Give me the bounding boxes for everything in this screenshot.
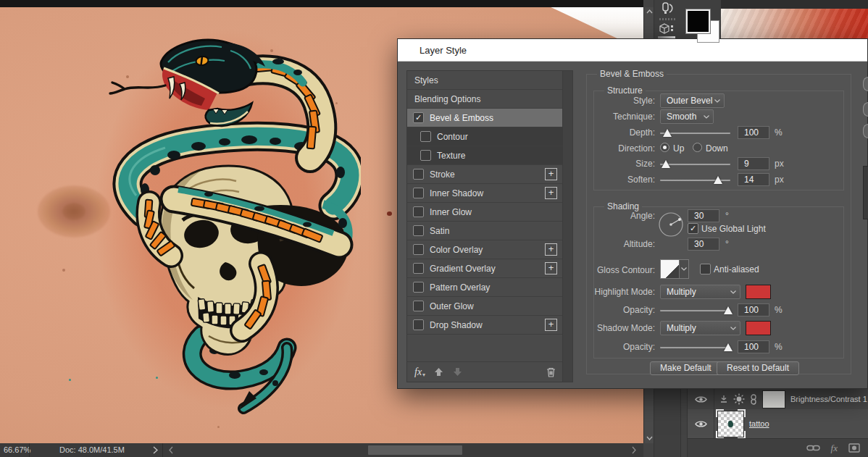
effect-checkbox[interactable] xyxy=(413,206,424,217)
depth-slider-thumb[interactable] xyxy=(663,129,672,137)
direction-up-radio[interactable] xyxy=(660,143,669,152)
styles-list-item-inner-glow[interactable]: Inner Glow xyxy=(407,203,562,222)
use-global-light-checkbox[interactable]: ✓ xyxy=(688,223,698,234)
reset-to-default-button[interactable]: Reset to Default xyxy=(717,361,799,375)
add-effect-instance-button[interactable]: + xyxy=(545,243,557,256)
hscroll-left-icon[interactable] xyxy=(169,446,173,454)
angle-value[interactable]: 30 xyxy=(688,209,719,222)
layer-name[interactable]: tattoo xyxy=(749,419,769,428)
size-slider[interactable] xyxy=(660,163,730,165)
effect-checkbox[interactable] xyxy=(413,263,424,274)
brightness-contrast-icon[interactable] xyxy=(733,393,745,405)
cancel-button-edge[interactable] xyxy=(863,102,868,117)
depth-value[interactable]: 100 xyxy=(738,126,769,139)
styles-list-item-contour[interactable]: Contour xyxy=(407,127,562,146)
add-effect-instance-button[interactable]: + xyxy=(545,319,557,331)
effect-checkbox[interactable] xyxy=(413,225,424,236)
styles-list-item-outer-glow[interactable]: Outer Glow xyxy=(407,297,562,316)
visibility-cell[interactable] xyxy=(688,409,714,438)
effect-checkbox[interactable] xyxy=(420,131,431,142)
link-layers-icon[interactable] xyxy=(806,444,820,452)
styles-list-item-gradient-overlay[interactable]: Gradient Overlay+ xyxy=(407,259,562,278)
effect-checkbox[interactable] xyxy=(413,301,424,311)
highlight-opacity-thumb[interactable] xyxy=(724,306,733,314)
effect-checkbox[interactable] xyxy=(413,244,424,255)
eye-icon[interactable] xyxy=(695,420,707,428)
effect-checkbox[interactable]: ✓ xyxy=(413,112,424,123)
size-value[interactable]: 9 xyxy=(738,157,769,170)
shadow-opacity-slider[interactable] xyxy=(660,346,730,348)
styles-list-item-texture[interactable]: Texture xyxy=(407,146,562,165)
panel-icon[interactable] xyxy=(661,2,675,14)
style-dropdown[interactable]: Outer Bevel xyxy=(660,93,725,108)
technique-dropdown[interactable]: Smooth xyxy=(660,109,714,124)
effect-checkbox[interactable] xyxy=(413,319,424,330)
status-expand-icon[interactable] xyxy=(153,446,158,454)
effect-checkbox[interactable] xyxy=(420,150,431,161)
layer-thumbnail[interactable] xyxy=(717,411,744,437)
visibility-cell[interactable] xyxy=(688,389,714,409)
effect-checkbox[interactable] xyxy=(413,169,424,180)
soften-slider[interactable] xyxy=(660,179,730,181)
make-default-button[interactable]: Make Default xyxy=(650,361,722,375)
soften-slider-thumb[interactable] xyxy=(714,176,722,184)
styles-list-scrollbar[interactable] xyxy=(563,70,573,382)
add-mask-icon[interactable] xyxy=(848,443,860,453)
dock-grip[interactable] xyxy=(659,18,675,20)
skin-red-mole xyxy=(387,211,392,216)
soften-value[interactable]: 14 xyxy=(738,173,769,186)
layer-fx-icon[interactable]: fx xyxy=(831,443,838,454)
styles-list-item-color-overlay[interactable]: Color Overlay+ xyxy=(407,240,562,259)
highlight-opacity-value[interactable]: 100 xyxy=(738,303,769,316)
styles-list-item-drop-shadow[interactable]: Drop Shadow+ xyxy=(407,316,562,335)
direction-down-radio[interactable] xyxy=(693,143,702,152)
styles-list-item-pattern-overlay[interactable]: Pattern Overlay xyxy=(407,278,562,297)
color-gradient-field[interactable] xyxy=(721,9,868,38)
add-effect-instance-button[interactable]: + xyxy=(545,168,557,180)
shadow-opacity-thumb[interactable] xyxy=(724,343,733,351)
dialog-title-bar[interactable]: Layer Style xyxy=(398,39,867,62)
zoom-level[interactable]: 66.67% xyxy=(4,445,30,454)
shadow-opacity-value[interactable]: 100 xyxy=(738,340,769,353)
foreground-color-swatch[interactable] xyxy=(686,9,710,33)
add-effect-instance-button[interactable]: + xyxy=(545,262,557,274)
altitude-value[interactable]: 30 xyxy=(688,238,719,251)
size-slider-thumb[interactable] xyxy=(662,160,670,168)
effect-checkbox[interactable] xyxy=(413,188,424,198)
ok-button-edge[interactable] xyxy=(863,77,868,91)
layer-row-tattoo[interactable]: tattoo xyxy=(688,409,868,439)
styles-list-item-styles[interactable]: Styles xyxy=(407,71,562,90)
shadow-mode-label: Shadow Mode: xyxy=(593,323,655,333)
highlight-opacity-slider[interactable] xyxy=(660,309,730,311)
fx-menu-icon[interactable]: fx xyxy=(414,366,422,378)
delete-effect-icon[interactable] xyxy=(546,367,556,377)
layer-name[interactable]: Brightness/Contrast 1 xyxy=(790,395,867,403)
eye-icon[interactable] xyxy=(695,395,707,403)
styles-list-item-label: Bevel & Emboss xyxy=(430,113,493,123)
horizontal-scrollbar-thumb[interactable] xyxy=(368,445,462,455)
depth-slider[interactable] xyxy=(660,132,730,134)
preview-thumbnail-edge xyxy=(863,166,868,219)
styles-list-item-label: Contour xyxy=(437,132,468,142)
move-effect-down-icon[interactable] xyxy=(453,367,462,377)
scroll-up-icon[interactable] xyxy=(646,9,653,14)
scroll-down-icon[interactable] xyxy=(646,436,653,440)
adjustment-mask-thumbnail[interactable] xyxy=(762,390,785,408)
new-style-button-edge[interactable] xyxy=(863,124,868,138)
styles-list-item-bevel-emboss[interactable]: ✓Bevel & Emboss xyxy=(407,109,562,127)
add-effect-instance-button[interactable]: + xyxy=(545,187,557,199)
effect-checkbox[interactable] xyxy=(413,282,424,293)
highlight-mode-dropdown[interactable]: Multiply xyxy=(660,285,740,299)
shadow-color-swatch[interactable] xyxy=(746,321,771,335)
shadow-mode-dropdown[interactable]: Multiply xyxy=(660,321,740,335)
layer-row-adjustment[interactable]: Brightness/Contrast 1 xyxy=(688,389,868,410)
anti-aliased-checkbox[interactable] xyxy=(700,264,711,274)
threeD-panel-icon[interactable] xyxy=(659,22,676,35)
styles-list-item-inner-shadow[interactable]: Inner Shadow+ xyxy=(407,184,562,203)
highlight-color-swatch[interactable] xyxy=(746,285,771,299)
move-effect-up-icon[interactable] xyxy=(434,367,443,377)
styles-list-item-satin[interactable]: Satin xyxy=(407,222,562,240)
styles-list-item-stroke[interactable]: Stroke+ xyxy=(407,165,562,184)
styles-list-item-blending-options[interactable]: Blending Options xyxy=(407,90,562,109)
hscroll-right-icon[interactable] xyxy=(632,446,636,454)
